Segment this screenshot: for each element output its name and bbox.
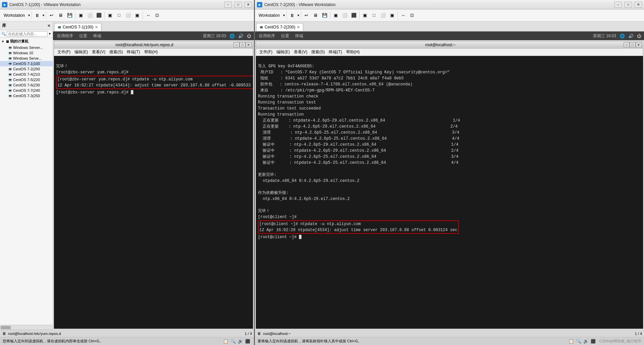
sidebar-item[interactable]: 💻 CentOS 7-6(230 <box>0 82 53 88</box>
left-tmenu-search[interactable]: 搜索(S) <box>107 49 125 56</box>
right-tmenu-help[interactable]: 帮助(H) <box>344 49 362 56</box>
sidebar-item-label: Windows Serve... <box>13 56 42 60</box>
right-tb-btn3[interactable]: 💾 <box>320 11 329 20</box>
left-tb-btn12[interactable]: ⊡ <box>153 11 162 20</box>
left-term-highlight-box: [root@zbx-server yum.repos.d]# ntpdate -… <box>56 76 253 89</box>
left-guest-location-menu[interactable]: 位置 <box>78 32 89 40</box>
left-bottom-icon3: 🔊 <box>238 339 243 344</box>
left-tmenu-edit[interactable]: 编辑(E) <box>72 49 90 56</box>
right-line-18: 更新完毕: <box>258 172 276 177</box>
right-term-close[interactable]: ✕ <box>636 42 642 47</box>
right-maximize-btn[interactable]: □ <box>625 2 632 8</box>
right-workstation-arrow: ▼ <box>282 14 285 17</box>
sidebar-item[interactable]: 💻 CentOS 7-4(210 <box>0 72 53 77</box>
left-sidebar: 库 ✕ 🔍 ▼ ▼ 🖥 我的计算机 <box>0 21 53 330</box>
right-tmenu-search[interactable]: 搜索(S) <box>309 49 327 56</box>
left-vmware-window: ▶ CentOS 7-1(100) - VMware Workstation ─… <box>0 0 255 345</box>
left-tb-btn2[interactable]: 🖥 <box>56 11 65 20</box>
right-tmenu-terminal[interactable]: 终端(T) <box>327 49 344 56</box>
sidebar-item-label: CentOS 7-5(220 <box>13 78 40 82</box>
right-guest-terminal-menu[interactable]: 终端 <box>294 32 305 40</box>
sidebar-item[interactable]: 💻 CentOS 7-3(250 <box>0 93 53 98</box>
right-tb-btn12[interactable]: ⊡ <box>408 11 417 20</box>
right-tb-btn10[interactable]: ▣ <box>388 11 396 20</box>
left-minimize-btn[interactable]: ─ <box>224 2 232 8</box>
left-tb-btn9[interactable]: ⬜ <box>124 11 132 20</box>
left-guest-apps-menu[interactable]: 应用程序 <box>56 32 74 40</box>
sidebar-item[interactable]: 💻 CentOS 7-7(240 <box>0 88 53 93</box>
left-tb-btn10[interactable]: ▣ <box>133 11 142 20</box>
left-maximize-btn[interactable]: □ <box>234 2 242 8</box>
right-workstation-btn[interactable]: Workstation <box>256 11 282 20</box>
left-tb-btn4[interactable]: ▣ <box>76 11 85 20</box>
left-close-btn[interactable]: ✕ <box>245 2 252 8</box>
sidebar-item[interactable]: 💻 CentOS 7-2(200 <box>0 66 53 72</box>
left-workstation-btn[interactable]: Workstation <box>1 11 27 20</box>
right-tb-btn4[interactable]: ▣ <box>331 11 340 20</box>
right-tb-btn1[interactable]: ↩ <box>302 11 311 20</box>
right-tb-btn2[interactable]: 🖥 <box>311 11 320 20</box>
left-term-close[interactable]: ✕ <box>246 42 252 47</box>
sidebar-item-label: CentOS 7-6(230 <box>13 83 40 87</box>
sidebar-item[interactable]: 💻 CentOS 7-5(220 <box>0 77 53 82</box>
left-tmenu-help[interactable]: 帮助(H) <box>142 49 160 56</box>
right-vm-tab[interactable]: 💻 CentOS 7-2(200) ✕ <box>256 23 303 31</box>
sidebar-item[interactable]: 💻 Windows Server... <box>0 45 53 50</box>
right-tb-btn5[interactable]: ⬜ <box>340 11 349 20</box>
right-vm-content: 💻 CentOS 7-2(200) ✕ 应用程序 位置 终端 星期三 16:03… <box>255 21 644 330</box>
left-tmenu-view[interactable]: 查看(V) <box>90 49 107 56</box>
right-tmenu-file[interactable]: 文件(F) <box>257 49 274 56</box>
sidebar-item-label: Windows Server... <box>13 46 43 50</box>
right-line-10: 正在更新 : ntp-4.2.6p5-29.el7.centos.2.x86_6… <box>258 124 458 129</box>
left-tb-btn6[interactable]: ⬛ <box>95 11 103 20</box>
right-tb-btn7[interactable]: ▣ <box>361 11 369 20</box>
right-line-21: 作为依赖被升级: <box>258 191 288 195</box>
sidebar-close-btn[interactable]: ✕ <box>47 23 51 28</box>
sidebar-group-my-computer[interactable]: ▼ 🖥 我的计算机 <box>0 38 53 45</box>
right-line-5: Running transaction check <box>258 94 318 99</box>
left-power-icon: ⏻ <box>247 33 251 39</box>
sidebar-item-centos100[interactable]: 💻 CentOS 7-1(100 <box>0 61 53 66</box>
right-term-min[interactable]: ─ <box>624 42 630 47</box>
right-minimize-btn[interactable]: ─ <box>614 2 622 8</box>
right-close-btn[interactable]: ✕ <box>635 2 642 8</box>
left-tb-btn7[interactable]: ▣ <box>106 11 114 20</box>
sidebar-item-label: Windows 10 <box>13 51 33 55</box>
right-guest-location-menu[interactable]: 位置 <box>280 32 290 40</box>
sidebar-hscroll[interactable] <box>0 325 53 330</box>
left-tb-btn1[interactable]: ↩ <box>47 11 56 20</box>
left-tmenu-file[interactable]: 文件(F) <box>55 49 72 56</box>
right-tab-close-btn[interactable]: ✕ <box>297 25 300 29</box>
vm-icon: 💻 <box>8 67 12 71</box>
right-guest-apps-menu[interactable]: 应用程序 <box>258 32 276 40</box>
right-tabs-row: 💻 CentOS 7-2(200) ✕ <box>255 21 644 31</box>
right-line-8: Running transaction <box>258 112 304 117</box>
left-tb-btn8[interactable]: □ <box>115 11 123 20</box>
right-tab-vm-icon: 💻 <box>259 25 263 29</box>
right-pause-btn[interactable]: ⏸ <box>288 11 297 20</box>
right-term-max[interactable]: □ <box>630 42 636 47</box>
left-tb-btn11[interactable]: ↔ <box>144 11 153 20</box>
sidebar-item-label: CentOS 7-3(250 <box>13 94 40 98</box>
right-line-0: 导入 GPG key 0xF4A80EB5: <box>258 64 314 69</box>
left-tb-btn5[interactable]: ⬜ <box>86 11 94 20</box>
left-term-min[interactable]: ─ <box>233 42 239 47</box>
right-bottom-bar: 要将输入定向到该虚拟机，请将鼠标指针移入其中或按 Ctrl+G。 📋 🔍 🔊 ⬛… <box>255 337 644 345</box>
left-vm-tab[interactable]: 💻 CentOS 7-1(100) ✕ <box>54 23 101 31</box>
sidebar-search-input[interactable] <box>7 31 48 37</box>
right-tmenu-edit[interactable]: 编辑(E) <box>274 49 292 56</box>
right-tmenu-view[interactable]: 查看(V) <box>292 49 309 56</box>
right-audio-icon: 🔊 <box>628 33 634 39</box>
right-tb-btn11[interactable]: ↔ <box>399 11 408 20</box>
tab-close-btn[interactable]: ✕ <box>95 25 98 29</box>
left-term-max[interactable]: □ <box>239 42 246 47</box>
left-tmenu-terminal[interactable]: 终端(T) <box>125 49 142 56</box>
left-guest-terminal-menu[interactable]: 终端 <box>92 32 103 40</box>
right-tb-btn6[interactable]: ⬛ <box>350 11 358 20</box>
right-tb-btn9[interactable]: ⬜ <box>379 11 387 20</box>
left-pause-btn[interactable]: ⏸ <box>33 11 42 20</box>
left-tb-btn3[interactable]: 💾 <box>65 11 74 20</box>
sidebar-item[interactable]: 💻 Windows 10 <box>0 50 53 56</box>
right-tb-btn8[interactable]: □ <box>370 11 378 20</box>
sidebar-item[interactable]: 💻 Windows Serve... <box>0 56 53 61</box>
